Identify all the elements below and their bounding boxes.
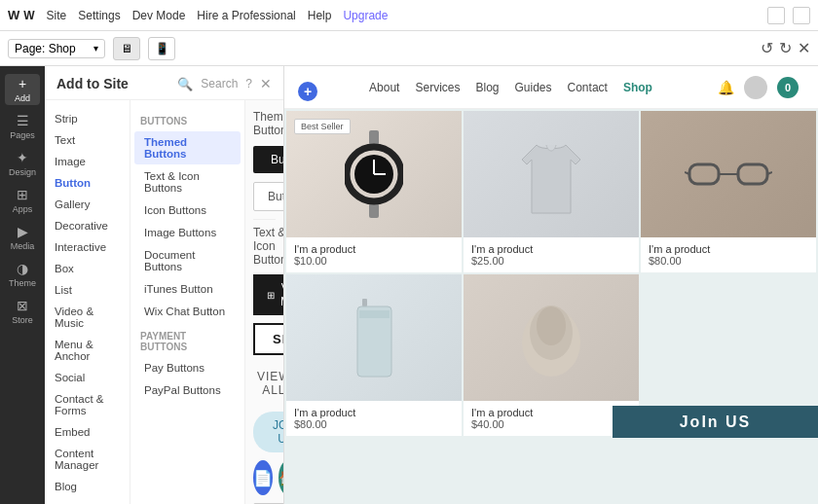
sidebar-item-apps-label: Apps — [13, 204, 33, 214]
themed-btn-black[interactable]: Button — [253, 146, 283, 173]
view-more-icon: ⊞ — [267, 290, 275, 301]
cart-count-badge[interactable]: 0 — [777, 77, 799, 98]
product-1-price: $10.00 — [294, 255, 454, 267]
category-item-text[interactable]: Text — [45, 129, 130, 151]
search-icon[interactable]: 🔍 — [177, 77, 193, 91]
circle-icon-btn-row: 📄 🏠 ▲ ✉ 🛍 — [253, 460, 276, 495]
site-menu[interactable]: Site — [47, 9, 67, 22]
product-card-3[interactable]: I'm a product $80.00 — [641, 111, 816, 272]
product-card-3-body: I'm a product $80.00 — [641, 237, 816, 272]
product-5-price: $40.00 — [471, 418, 631, 430]
nav-blog[interactable]: Blog — [475, 81, 499, 94]
circle-btn-doc[interactable]: 📄 — [253, 460, 273, 495]
bell-icon[interactable]: 🔔 — [718, 80, 734, 95]
category-item-video-music[interactable]: Video & Music — [45, 301, 130, 334]
view-all-button[interactable]: VIEW ALL — [253, 363, 283, 404]
themed-btn-row-2: Button Button — [253, 182, 276, 211]
join-us-button[interactable]: JOIN US — [253, 412, 283, 452]
sidebar-item-media[interactable]: ▶ Media — [5, 222, 40, 253]
sub-item-image-buttons[interactable]: Image Buttons — [134, 222, 241, 243]
themed-buttons-label: Themed Buttons — [253, 110, 283, 137]
sub-item-document-buttons[interactable]: Document Buttons — [134, 244, 241, 277]
nav-services[interactable]: Services — [415, 81, 460, 94]
divider-1 — [253, 219, 276, 220]
sidebar-item-pages[interactable]: ☰ Pages — [5, 111, 40, 142]
category-item-button[interactable]: Button — [45, 172, 130, 194]
sub-item-text-icon-buttons[interactable]: Text & Icon Buttons — [134, 165, 241, 198]
secondbar: Page: Shop ▾ 🖥 📱 ↺ ↻ ✕ — [0, 31, 818, 66]
category-item-content-manager[interactable]: Content Manager — [45, 443, 130, 476]
topbar-icon-1[interactable] — [767, 7, 785, 24]
category-item-image[interactable]: Image — [45, 151, 130, 172]
undo-button[interactable]: ↺ — [761, 39, 773, 57]
svg-rect-0 — [369, 130, 379, 145]
nav-guides[interactable]: Guides — [515, 81, 552, 94]
sub-item-pay-buttons[interactable]: Pay Buttons — [134, 357, 241, 378]
help-menu[interactable]: Help — [308, 9, 332, 22]
sub-item-icon-buttons[interactable]: Icon Buttons — [134, 199, 241, 221]
product-2-price: $25.00 — [471, 255, 631, 267]
upgrade-button[interactable]: Upgrade — [343, 9, 388, 22]
desktop-device-btn[interactable]: 🖥 — [113, 37, 140, 60]
dev-mode-menu[interactable]: Dev Mode — [132, 9, 186, 22]
svg-point-16 — [537, 306, 566, 345]
design-icon: ✦ — [17, 150, 28, 165]
mobile-icon: 📱 — [155, 42, 169, 55]
category-item-embed[interactable]: Embed — [45, 421, 130, 443]
product-card-4[interactable]: I'm a product $80.00 — [286, 274, 462, 436]
close-panel-button[interactable]: ✕ — [798, 39, 810, 57]
perfume-svg — [348, 289, 401, 386]
product-card-1[interactable]: Best Seller I'm a product $10.00 — [286, 111, 462, 272]
category-item-menu-anchor[interactable]: Menu & Anchor — [45, 334, 130, 367]
sidebar-item-apps[interactable]: ⊞ Apps — [5, 185, 40, 216]
nav-contact[interactable]: Contact — [568, 81, 608, 94]
payment-buttons-section-label: PAYMENT BUTTONS — [130, 323, 244, 356]
hire-professional-menu[interactable]: Hire a Professional — [197, 9, 295, 22]
left-sidebar: + Add ☰ Pages ✦ Design ⊞ Apps ▶ Media ◑ … — [0, 66, 45, 504]
buttons-preview-panel: Themed Buttons ↻ Button Button Button Bu… — [245, 100, 283, 504]
sidebar-item-add[interactable]: + Add — [5, 74, 40, 105]
category-item-interactive[interactable]: Interactive — [45, 236, 130, 258]
product-3-price: $80.00 — [649, 255, 808, 267]
text-icon-btn-row-3: VIEW ALL DOWNLOAD — [253, 363, 276, 404]
themed-btn-outline-arrow[interactable]: Button — [253, 182, 283, 211]
circle-btn-home[interactable]: 🏠 — [279, 460, 283, 495]
view-more-button[interactable]: ⊞ View More — [253, 274, 283, 315]
apps-icon: ⊞ — [17, 187, 28, 202]
category-item-contact-forms[interactable]: Contact & Forms — [45, 388, 130, 421]
category-item-social[interactable]: Social — [45, 367, 130, 388]
sub-category-list: BUTTONS Themed Buttons Text & Icon Butto… — [130, 100, 245, 504]
category-item-list[interactable]: List — [45, 279, 130, 301]
redo-button[interactable]: ↻ — [779, 39, 792, 57]
settings-menu[interactable]: Settings — [78, 9, 120, 22]
help-icon[interactable]: ? — [245, 77, 252, 90]
search-label[interactable]: Search — [201, 77, 238, 90]
nav-shop[interactable]: Shop — [623, 81, 652, 94]
send-button[interactable]: SEND — [253, 323, 283, 355]
sidebar-item-store[interactable]: ⊠ Store — [5, 296, 40, 327]
nav-about[interactable]: About — [369, 81, 399, 94]
sidebar-item-design[interactable]: ✦ Design — [5, 148, 40, 179]
sub-item-wix-chat-button[interactable]: Wix Chat Button — [134, 301, 241, 322]
close-icon[interactable]: ✕ — [260, 76, 272, 91]
category-item-decorative[interactable]: Decorative — [45, 215, 130, 236]
user-avatar[interactable] — [744, 76, 767, 99]
mobile-device-btn[interactable]: 📱 — [148, 37, 175, 60]
sidebar-item-theme[interactable]: ◑ Theme — [5, 259, 40, 290]
category-item-box[interactable]: Box — [45, 258, 130, 279]
sub-item-paypal-buttons[interactable]: PayPal Buttons — [134, 379, 241, 401]
topbar-right — [767, 7, 810, 24]
category-item-store[interactable]: Store — [45, 497, 130, 504]
category-item-gallery[interactable]: Gallery — [45, 194, 130, 215]
category-item-blog[interactable]: Blog — [45, 476, 130, 497]
add-icon: + — [19, 76, 26, 91]
product-card-2[interactable]: I'm a product $25.00 — [464, 111, 639, 272]
category-item-strip[interactable]: Strip — [45, 108, 130, 129]
page-selector[interactable]: Page: Shop ▾ — [8, 39, 105, 58]
topbar-icon-2[interactable] — [793, 7, 810, 24]
sub-item-itunes-button[interactable]: iTunes Button — [134, 278, 241, 300]
sub-item-themed-buttons[interactable]: Themed Buttons — [134, 131, 241, 164]
chevron-down-icon: ▾ — [93, 43, 98, 54]
add-element-button[interactable]: + — [298, 82, 317, 101]
store-icon: ⊠ — [17, 298, 28, 313]
